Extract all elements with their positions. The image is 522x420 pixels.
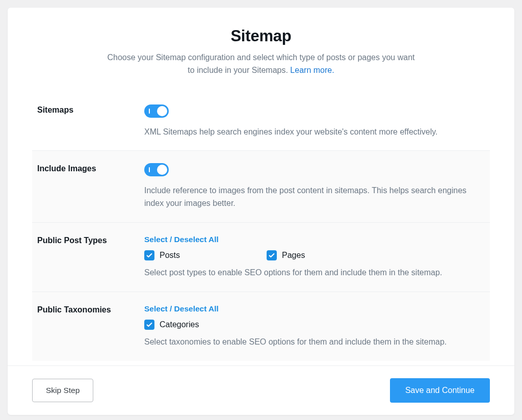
settings-card: Sitemap Choose your Sitemap configuratio… xyxy=(8,8,514,415)
subtitle-line-2: to include in your Sitemaps. xyxy=(188,66,288,74)
checkmark-icon xyxy=(144,320,154,330)
header: Sitemap Choose your Sitemap configuratio… xyxy=(32,27,490,77)
row-body-sitemaps: XML Sitemaps help search engines index y… xyxy=(144,104,480,139)
row-sitemaps: Sitemaps XML Sitemaps help search engine… xyxy=(32,92,490,151)
row-post-types: Public Post Types Select / Deselect All … xyxy=(32,223,490,292)
help-sitemaps: XML Sitemaps help search engines index y… xyxy=(144,126,480,139)
help-post-types: Select post types to enable SEO options … xyxy=(144,267,480,279)
subtitle-line-1: Choose your Sitemap configuration and se… xyxy=(107,53,414,62)
row-body-images: Include reference to images from the pos… xyxy=(144,163,480,210)
checkbox-label: Posts xyxy=(160,251,180,260)
toggle-include-images[interactable] xyxy=(144,163,169,176)
post-types-checks: Posts Pages xyxy=(144,250,480,260)
select-all-taxonomies[interactable]: Select / Deselect All xyxy=(144,304,219,313)
checkmark-icon xyxy=(144,250,154,260)
toggle-knob xyxy=(157,165,167,175)
row-taxonomies: Public Taxonomies Select / Deselect All … xyxy=(32,292,490,361)
card-content: Sitemap Choose your Sitemap configuratio… xyxy=(8,8,514,365)
settings-rows: Sitemaps XML Sitemaps help search engine… xyxy=(32,92,490,361)
footer: Skip Step Save and Continue xyxy=(8,365,514,415)
toggle-on-indicator-icon xyxy=(149,167,150,172)
checkbox-pages[interactable]: Pages xyxy=(267,250,305,260)
help-images: Include reference to images from the pos… xyxy=(144,185,480,210)
select-all-post-types[interactable]: Select / Deselect All xyxy=(144,235,219,244)
taxonomy-checks: Categories xyxy=(144,320,480,330)
row-label-post-types: Public Post Types xyxy=(37,235,144,279)
save-continue-button[interactable]: Save and Continue xyxy=(390,378,490,403)
toggle-sitemaps[interactable] xyxy=(144,104,169,118)
learn-more-link[interactable]: Learn more. xyxy=(290,66,334,74)
row-body-post-types: Select / Deselect All Posts xyxy=(144,235,480,279)
checkbox-label: Categories xyxy=(160,320,199,329)
checkbox-categories[interactable]: Categories xyxy=(144,320,199,330)
row-label-taxonomies: Public Taxonomies xyxy=(37,304,144,349)
toggle-on-indicator-icon xyxy=(149,109,150,114)
row-include-images: Include Images Include reference to imag… xyxy=(32,151,490,223)
help-taxonomies: Select taxonomies to enable SEO options … xyxy=(144,336,480,349)
page-subtitle: Choose your Sitemap configuration and se… xyxy=(98,51,424,77)
row-label-sitemaps: Sitemaps xyxy=(37,104,144,139)
row-body-taxonomies: Select / Deselect All Categories Select … xyxy=(144,304,480,349)
checkbox-posts[interactable]: Posts xyxy=(144,250,180,260)
toggle-knob xyxy=(157,106,167,116)
checkbox-label: Pages xyxy=(282,251,305,260)
row-label-images: Include Images xyxy=(37,163,144,210)
skip-step-button[interactable]: Skip Step xyxy=(32,379,93,402)
page-title: Sitemap xyxy=(32,27,490,45)
checkmark-icon xyxy=(267,250,277,260)
